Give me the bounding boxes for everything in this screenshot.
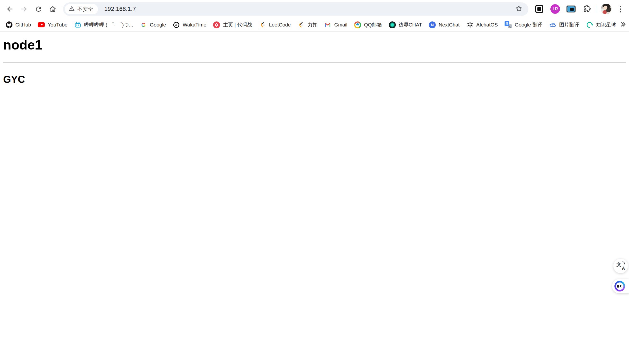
bookmark-leetcode[interactable]: LeetCode xyxy=(256,20,294,30)
bookmark-gmail[interactable]: Gmail xyxy=(321,20,351,30)
translate-float-button[interactable]: 文 A xyxy=(613,259,628,273)
bookmark-wakatime[interactable]: WakaTime xyxy=(169,20,210,30)
toolbar-divider xyxy=(597,5,597,13)
gmail-icon xyxy=(324,21,331,28)
nextchat-icon: N xyxy=(429,21,436,28)
bookmark-zhishixingqiu[interactable]: 知识星球 xyxy=(583,20,619,30)
home-button[interactable] xyxy=(46,2,60,16)
back-icon xyxy=(6,5,14,13)
puzzle-piece-icon xyxy=(583,4,591,14)
dark-teal-orb-icon xyxy=(389,21,396,28)
bookmark-bilibili[interactable]: 哔哩哔哩 ( ゜- ゜)つ... xyxy=(71,20,137,30)
translate-icon: 文 A xyxy=(617,262,625,270)
bookmarks-bar: GitHub YouTube 哔哩哔哩 ( ゜- ゜)つ... G Google… xyxy=(0,18,629,32)
leetcode-icon xyxy=(298,21,304,28)
page-content: node1 GYC xyxy=(0,37,629,85)
forward-icon xyxy=(20,5,28,13)
page-title: node1 xyxy=(3,37,626,53)
security-chip-label: 不安全 xyxy=(77,6,93,13)
google-translate-icon: G 文 xyxy=(505,21,512,28)
browser-menu-button[interactable] xyxy=(615,6,626,12)
bookmark-image-translate[interactable]: Y 图片翻译 xyxy=(546,20,583,30)
bookmark-daimazhan[interactable]: 主页 | 代码战 xyxy=(210,20,256,30)
star-icon xyxy=(515,5,523,13)
square-in-square-icon xyxy=(535,5,543,13)
page-subheading: GYC xyxy=(3,74,626,85)
github-icon xyxy=(6,21,12,28)
bookmark-likou[interactable]: 力扣 xyxy=(294,20,321,30)
bilibili-icon xyxy=(74,21,81,28)
black-knot-icon xyxy=(466,21,473,28)
reload-button[interactable] xyxy=(31,2,46,16)
bookmark-youtube[interactable]: YouTube xyxy=(34,20,71,30)
monica-float-button[interactable] xyxy=(612,279,629,293)
home-icon xyxy=(49,5,57,13)
side-panel-extension-button[interactable] xyxy=(533,3,545,15)
bookmark-google-translate[interactable]: G 文 Google 翻译 xyxy=(501,20,546,30)
double-chevron-icon xyxy=(619,21,626,29)
red-knot-icon xyxy=(213,21,220,28)
toolbar-right-cluster: LR xyxy=(533,3,626,15)
google-g-icon: G xyxy=(140,21,147,28)
kebab-menu-icon xyxy=(620,6,621,12)
bookmark-bianjiechat[interactable]: 边界CHAT xyxy=(385,20,425,30)
bookmark-google[interactable]: G Google xyxy=(137,20,169,30)
browser-toolbar: 不安全 192.168.1.7 LR xyxy=(0,0,629,18)
back-button[interactable] xyxy=(3,2,17,16)
url-text[interactable]: 192.168.1.7 xyxy=(104,6,514,12)
blue-cloud-icon: Y xyxy=(549,21,556,28)
picture-in-picture-icon xyxy=(567,6,576,12)
bookmark-nextchat[interactable]: N NextChat xyxy=(425,20,463,30)
bookmark-qqmail[interactable]: QQ邮箱 xyxy=(351,20,385,30)
pip-extension-button[interactable] xyxy=(565,3,577,15)
reload-icon xyxy=(35,5,42,13)
extensions-button[interactable] xyxy=(581,3,593,15)
profile-avatar[interactable] xyxy=(601,4,612,14)
bookmark-star-button[interactable] xyxy=(514,4,524,14)
wakatime-icon xyxy=(173,21,180,28)
lr-badge-icon: LR xyxy=(550,4,560,14)
forward-button[interactable] xyxy=(17,2,31,16)
security-chip[interactable]: 不安全 xyxy=(65,4,98,14)
horizontal-rule xyxy=(3,62,626,63)
bookmark-aichatos[interactable]: AIchatOS xyxy=(463,20,501,30)
qqmail-icon xyxy=(354,21,361,28)
warning-triangle-icon xyxy=(69,5,75,13)
teal-open-ring-icon xyxy=(586,21,593,28)
address-bar[interactable]: 不安全 192.168.1.7 xyxy=(63,2,528,16)
leetcode-icon xyxy=(259,21,266,28)
bookmarks-overflow-button[interactable] xyxy=(619,21,626,29)
youtube-icon xyxy=(38,21,45,28)
bookmark-github[interactable]: GitHub xyxy=(2,20,34,30)
lr-extension-button[interactable]: LR xyxy=(549,3,561,15)
monica-robot-icon xyxy=(614,281,625,291)
